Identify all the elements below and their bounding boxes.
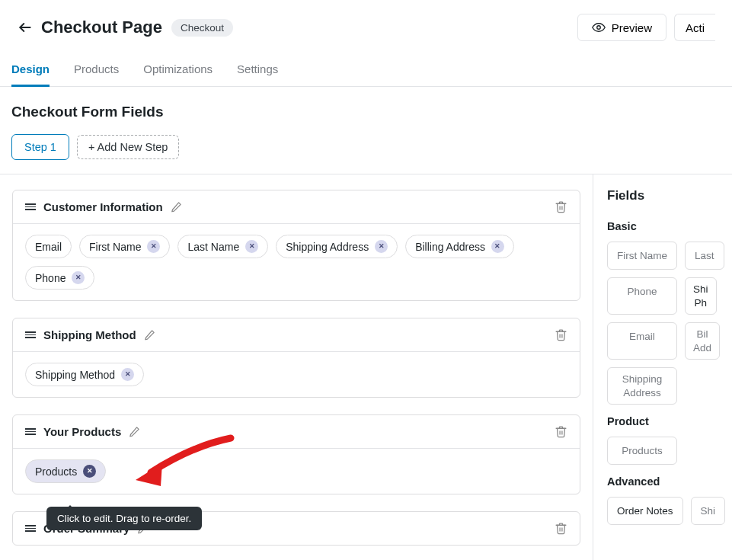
sidebar-chip-order-notes[interactable]: Order Notes: [607, 497, 683, 525]
steps-row: Step 1 + Add New Step: [0, 120, 732, 174]
field-chip-billing-address[interactable]: Billing Address✕: [405, 235, 514, 258]
edit-icon[interactable]: [129, 426, 140, 437]
card-body: Products✕: [13, 449, 580, 494]
preview-label: Preview: [612, 21, 652, 34]
card-customer-information: Customer Information Email First Name✕ L…: [12, 190, 580, 301]
section-heading: Checkout Form Fields: [0, 87, 732, 120]
close-icon[interactable]: ✕: [245, 240, 258, 253]
close-icon[interactable]: ✕: [121, 368, 134, 381]
header-actions: Preview Acti: [577, 14, 715, 41]
drag-handle-icon[interactable]: [25, 428, 36, 435]
field-chip-phone[interactable]: Phone✕: [25, 266, 94, 290]
delete-icon[interactable]: [555, 328, 567, 341]
back-arrow-icon[interactable]: [17, 19, 34, 36]
svg-point-1: [596, 26, 600, 30]
sidebar-chip-products[interactable]: Products: [607, 437, 677, 465]
preview-button[interactable]: Preview: [577, 14, 666, 41]
card-title: Shipping Method: [43, 328, 136, 341]
page-title: Checkout Page: [41, 18, 162, 37]
tab-design[interactable]: Design: [11, 62, 50, 87]
edit-icon[interactable]: [144, 329, 155, 341]
tab-settings[interactable]: Settings: [237, 62, 278, 86]
field-chip-shipping-address[interactable]: Shipping Address✕: [276, 235, 398, 258]
card-title: Customer Information: [43, 200, 163, 213]
fields-sidebar: Fields Basic First Name Last Phone Shi P…: [593, 174, 732, 560]
field-tooltip: Click to edit. Drag to re-order.: [46, 507, 202, 530]
drag-handle-icon[interactable]: [25, 525, 36, 532]
sidebar-group-product: Product: [607, 415, 732, 427]
sidebar-chip-last-name[interactable]: Last: [685, 242, 724, 270]
card-header: Customer Information: [13, 190, 580, 224]
sidebar-chip-shipping[interactable]: Shi: [691, 497, 726, 525]
field-chip-shipping-method[interactable]: Shipping Method✕: [25, 363, 144, 386]
card-body: Shipping Method✕: [13, 352, 580, 397]
tab-optimizations[interactable]: Optimizations: [143, 62, 213, 86]
layout: Customer Information Email First Name✕ L…: [0, 174, 732, 560]
close-icon[interactable]: ✕: [72, 271, 85, 284]
sidebar-chip-shipping-address[interactable]: Shipping Address: [607, 367, 677, 405]
card-title: Your Products: [43, 425, 121, 438]
header: Checkout Page Checkout Preview Acti: [0, 0, 732, 41]
card-header: Shipping Method: [13, 318, 580, 352]
actions-button[interactable]: Acti: [674, 14, 715, 41]
step-1-chip[interactable]: Step 1: [11, 134, 69, 160]
sidebar-heading: Fields: [607, 188, 732, 203]
card-header: Your Products: [13, 415, 580, 449]
field-chip-last-name[interactable]: Last Name✕: [177, 235, 268, 258]
delete-icon[interactable]: [555, 425, 567, 438]
edit-icon[interactable]: [171, 201, 182, 213]
close-icon[interactable]: ✕: [83, 465, 96, 478]
field-chip-email[interactable]: Email: [25, 235, 72, 258]
field-chip-products[interactable]: Products✕: [25, 459, 106, 483]
sidebar-group-basic: Basic: [607, 220, 732, 232]
card-shipping-method: Shipping Method Shipping Method✕: [12, 318, 580, 398]
close-icon[interactable]: ✕: [375, 240, 388, 253]
tabs-row: Design Products Optimizations Settings: [0, 41, 732, 87]
drag-handle-icon[interactable]: [25, 203, 36, 210]
sidebar-chip-billing-address[interactable]: Bil Add: [685, 322, 720, 360]
step-type-badge: Checkout: [171, 19, 233, 37]
eye-icon: [592, 21, 606, 34]
sidebar-chip-first-name[interactable]: First Name: [607, 242, 677, 270]
field-chip-first-name[interactable]: First Name✕: [79, 235, 170, 258]
sidebar-chip-email[interactable]: Email: [607, 322, 677, 360]
sidebar-group-advanced: Advanced: [607, 475, 732, 488]
delete-icon[interactable]: [555, 522, 567, 535]
main-column: Customer Information Email First Name✕ L…: [0, 174, 593, 560]
delete-icon[interactable]: [555, 200, 567, 213]
add-step-button[interactable]: + Add New Step: [77, 135, 179, 159]
close-icon[interactable]: ✕: [147, 240, 160, 253]
sidebar-chip-shipping-phone[interactable]: Shi Ph: [685, 277, 717, 315]
close-icon[interactable]: ✕: [491, 240, 504, 253]
card-body: Email First Name✕ Last Name✕ Shipping Ad…: [13, 224, 580, 300]
card-your-products: Your Products Products✕: [12, 414, 580, 494]
sidebar-chip-phone[interactable]: Phone: [607, 277, 677, 315]
drag-handle-icon[interactable]: [25, 331, 36, 338]
tab-products[interactable]: Products: [74, 62, 119, 86]
